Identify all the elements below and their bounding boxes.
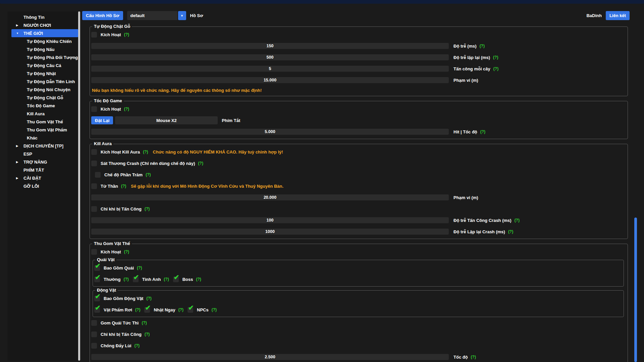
pham-vi-slider[interactable]: 15.000 [91, 77, 449, 83]
help-icon[interactable]: (?) [480, 44, 485, 48]
profile-config-button[interactable]: Cấu Hình Hồ Sơ [82, 11, 123, 20]
che-do-phan-tram-checkbox[interactable] [95, 172, 101, 178]
sidebar-item-thu-gom-vat-the[interactable]: Thu Gom Vật Thể [7, 118, 78, 126]
help-icon[interactable]: (?) [493, 66, 498, 71]
chi-khi-bi-tan-cong-checkbox[interactable] [91, 206, 97, 212]
tu-than-checkbox[interactable] [91, 183, 97, 189]
thuong-checkbox[interactable]: ✔ [94, 277, 100, 282]
sidebar-item-tu-dong-nau[interactable]: Tự Động Nấu [7, 45, 78, 53]
kich-hoat-checkbox[interactable] [91, 249, 97, 255]
chong-day-lui-checkbox[interactable] [91, 343, 97, 349]
sidebar-item-esp[interactable]: ESP [7, 150, 78, 158]
tinh-anh-checkbox[interactable]: ✔ [133, 277, 139, 282]
sidebar-item-the-gioi[interactable]: ▼ THẾ GIỚI [11, 29, 78, 37]
sidebar-item-cai-dat[interactable]: ▶ CÀI ĐẶT [7, 174, 78, 182]
help-icon[interactable]: (?) [493, 55, 498, 60]
gom-quai-tuc-thi-checkbox[interactable] [91, 320, 97, 326]
help-icon[interactable]: (?) [137, 265, 142, 270]
sidebar-item-thu-gom-vat-pham[interactable]: Thu Gom Vật Phẩm [7, 126, 78, 134]
sidebar-item-nguoi-choi[interactable]: ▶ NGƯỜI CHƠI [7, 21, 78, 29]
help-icon[interactable]: (?) [143, 149, 148, 154]
help-icon[interactable]: (?) [124, 249, 129, 254]
kich-hoat-checkbox[interactable] [91, 106, 97, 112]
do-tre-slider[interactable]: 150 [91, 43, 449, 49]
help-icon[interactable]: (?) [146, 296, 151, 301]
sidebar-item-phim-tat[interactable]: PHÍM TẮT [7, 166, 78, 174]
slider-row: 500 Độ trễ lặp lại (ms) (?) [91, 52, 625, 63]
checkbox-label: Tử Thần [101, 184, 118, 189]
do-tre-tan-cong-crash-slider[interactable]: 100 [91, 217, 449, 223]
sidebar-item-go-loi[interactable]: GỠ LỖI [7, 182, 78, 190]
help-icon[interactable]: (?) [145, 332, 150, 337]
sidebar-item-tu-dong-pha-doi-tuong[interactable]: Tự Động Phá Đối Tượng [7, 53, 78, 61]
help-icon[interactable]: (?) [124, 107, 129, 111]
check-icon: ✔ [145, 304, 151, 311]
chi-khi-bi-tan-cong-checkbox[interactable] [91, 331, 97, 337]
sidebar-scrollbar[interactable] [78, 11, 80, 361]
help-icon[interactable]: (?) [471, 355, 476, 359]
bao-gom-dong-vat-checkbox[interactable]: ✔ [94, 296, 100, 301]
sidebar-item-tu-dong-nhat[interactable]: Tự Động Nhặt [7, 69, 78, 77]
reset-button[interactable]: Đặt Lại [91, 116, 113, 124]
sat-thuong-crash-checkbox[interactable] [91, 161, 97, 166]
help-icon[interactable]: (?) [123, 277, 128, 282]
help-icon[interactable]: (?) [198, 161, 203, 166]
npcs-checkbox[interactable]: ✔ [187, 307, 193, 313]
warning-text: Nếu bạn không hiểu rõ về chức năng. Hãy … [92, 88, 262, 93]
bao-gom-quai-checkbox[interactable]: ✔ [94, 265, 100, 271]
tan-cong-moi-cay-slider[interactable]: 5 [91, 66, 449, 72]
boss-checkbox[interactable]: ✔ [173, 277, 179, 282]
help-icon[interactable]: (?) [135, 343, 140, 348]
slider-row: 150 Độ trễ (ms) (?) [91, 40, 625, 52]
sidebar-item-tu-dong-noi-chuyen[interactable]: Tự Động Nói Chuyện [7, 85, 78, 94]
sidebar-item-kill-aura[interactable]: Kill Aura [7, 110, 78, 118]
slider-label-text: Tấn công mỗi cây [453, 66, 490, 71]
help-icon[interactable]: (?) [135, 307, 140, 312]
sidebar-item-dich-chuyen-tp[interactable]: ▶ DỊCH CHUYỂN [TP] [7, 142, 78, 150]
help-icon[interactable]: (?) [480, 129, 485, 134]
toc-do-slider[interactable]: 2.500 [91, 354, 449, 360]
help-icon[interactable]: (?) [212, 307, 217, 312]
help-icon[interactable]: (?) [196, 277, 201, 282]
help-icon[interactable]: (?) [178, 307, 183, 312]
check-icon: ✔ [95, 304, 101, 311]
kich-hoat-checkbox[interactable] [91, 32, 97, 38]
slider-label-text: Hit | Tốc độ [453, 129, 477, 134]
vat-pham-roi-checkbox[interactable]: ✔ [94, 307, 100, 313]
hotkey-bind-button[interactable]: Mouse X2 [115, 116, 218, 124]
nhat-ngay-checkbox[interactable]: ✔ [144, 307, 150, 313]
checkbox-label: Gom Quái Tức Thì [101, 320, 139, 325]
help-icon[interactable]: (?) [145, 206, 150, 211]
do-tre-lap-lai-crash-slider[interactable]: 1000 [91, 229, 449, 235]
help-icon[interactable]: (?) [124, 32, 129, 37]
help-icon[interactable]: (?) [164, 277, 169, 282]
kich-hoat-kill-aura-checkbox[interactable] [91, 149, 97, 155]
hotkey-row: Đặt Lại Mouse X2 Phím Tắt [91, 115, 625, 126]
help-icon[interactable]: (?) [146, 172, 151, 177]
check-icon: ✔ [95, 293, 101, 300]
sidebar-item-label: THẾ GIỚI [23, 31, 43, 36]
sidebar-item-khac[interactable]: Khác [7, 134, 78, 142]
dropdown-arrow-button[interactable]: ▼ [178, 11, 186, 20]
profile-select[interactable]: default ▼ [127, 11, 186, 20]
help-icon[interactable]: (?) [142, 320, 147, 325]
link-button[interactable]: Liên kết [606, 11, 630, 20]
checkbox-row: Chỉ khi bị Tấn Công (?) [91, 328, 625, 340]
sidebar-item-tu-dong-chat-go[interactable]: Tự Động Chặt Gỗ [7, 94, 78, 102]
check-icon: ✔ [95, 274, 101, 281]
slider-value: 15.000 [264, 78, 276, 82]
sidebar-item-tu-dong-cau-ca[interactable]: Tự Động Câu Cá [7, 61, 78, 69]
help-icon[interactable]: (?) [515, 218, 520, 223]
help-icon[interactable]: (?) [121, 184, 126, 188]
kill-aura-pham-vi-slider[interactable]: 20.000 [91, 194, 449, 200]
do-tre-lap-lai-slider[interactable]: 500 [91, 54, 449, 60]
help-icon[interactable]: (?) [508, 229, 513, 234]
panel-thu-gom-vat-the: Thu Gom Vật Thể Kích Hoạt (?) Quái Vật ✔… [90, 241, 628, 362]
sidebar-item-tu-dong-khieu-chien[interactable]: Tự Động Khiêu Chiến [7, 37, 78, 45]
hit-toc-do-slider[interactable]: 5.000 [91, 129, 449, 135]
sidebar-item-tu-dong-dan-tien-linh[interactable]: Tự Động Dẫn Tiên Linh [7, 77, 78, 85]
sidebar-item-thong-tin[interactable]: Thông Tin [7, 13, 78, 21]
page-scrollbar[interactable] [634, 218, 637, 362]
sidebar-item-tro-nang[interactable]: ▶ TRỢ NĂNG [7, 158, 78, 166]
sidebar-item-toc-do-game[interactable]: Tốc Độ Game [7, 102, 78, 110]
